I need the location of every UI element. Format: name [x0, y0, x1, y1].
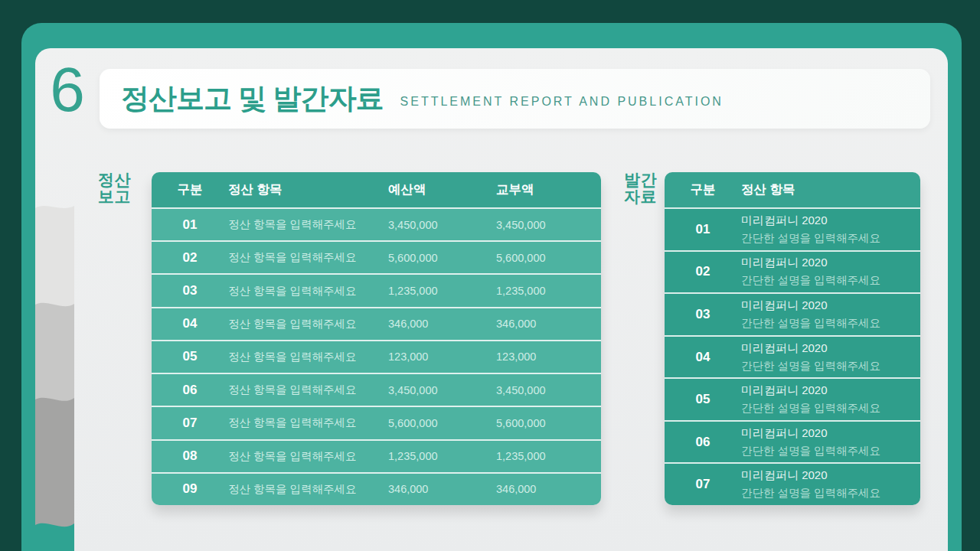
row-item: 미리컴퍼니 2020 간단한 설명을 입력해주세요	[741, 298, 920, 331]
row-item: 정산 항목을 입력해주세요	[228, 350, 388, 364]
row-item-title: 미리컴퍼니 2020	[741, 298, 920, 313]
row-number: 01	[152, 217, 228, 233]
row-grant: 123,000	[496, 350, 601, 363]
row-item-desc: 간단한 설명을 입력해주세요	[741, 316, 920, 331]
publication-table-header: 구분 정산 항목	[665, 172, 920, 207]
row-budget: 5,600,000	[388, 417, 496, 429]
slide-title: 정산보고 및 발간자료	[121, 80, 384, 118]
row-number: 05	[665, 392, 741, 407]
row-grant: 346,000	[496, 318, 601, 330]
row-item: 미리컴퍼니 2020 간단한 설명을 입력해주세요	[741, 468, 920, 500]
row-number: 04	[152, 316, 228, 331]
row-grant: 1,235,000	[496, 285, 601, 297]
row-grant: 3,450,000	[496, 384, 601, 396]
row-item: 미리컴퍼니 2020 간단한 설명을 입력해주세요	[741, 214, 920, 246]
col-header-item: 정산 항목	[741, 181, 920, 198]
settlement-table-header: 구분 정산 항목 예산액 교부액	[152, 172, 601, 207]
row-number: 02	[665, 264, 741, 279]
row-item-title: 미리컴퍼니 2020	[741, 468, 920, 483]
settlement-table-row: 09 정산 항목을 입력해주세요 346,000 346,000	[152, 472, 601, 505]
row-budget: 123,000	[388, 350, 496, 363]
settlement-table-row: 04 정산 항목을 입력해주세요 346,000 346,000	[152, 307, 601, 340]
settlement-table-row: 06 정산 항목을 입력해주세요 3,450,000 3,450,000	[152, 373, 601, 406]
row-number: 02	[152, 250, 228, 266]
row-number: 06	[665, 435, 741, 450]
col-header-division: 구분	[665, 181, 741, 198]
row-item-desc: 간단한 설명을 입력해주세요	[741, 273, 920, 288]
title-bar: 정산보고 및 발간자료 SETTLEMENT REPORT AND PUBLIC…	[100, 69, 930, 129]
row-item-title: 미리컴퍼니 2020	[741, 383, 920, 398]
row-grant: 5,600,000	[496, 252, 601, 264]
row-item-title: 미리컴퍼니 2020	[741, 214, 920, 228]
row-item-desc: 간단한 설명을 입력해주세요	[741, 231, 920, 246]
row-budget: 1,235,000	[388, 450, 496, 462]
row-item: 정산 항목을 입력해주세요	[228, 383, 388, 397]
row-budget: 346,000	[388, 318, 496, 330]
publication-table-row: 03 미리컴퍼니 2020 간단한 설명을 입력해주세요	[665, 292, 920, 335]
row-number: 05	[152, 349, 228, 364]
row-item: 정산 항목을 입력해주세요	[228, 217, 388, 232]
row-number: 04	[665, 350, 741, 365]
publication-table: 구분 정산 항목 01 미리컴퍼니 2020 간단한 설명을 입력해주세요 02…	[665, 172, 920, 505]
row-budget: 5,600,000	[388, 252, 496, 264]
row-item: 정산 항목을 입력해주세요	[228, 449, 388, 464]
row-number: 03	[665, 307, 741, 322]
row-budget: 1,235,000	[388, 285, 496, 297]
row-item-title: 미리컴퍼니 2020	[741, 426, 920, 441]
row-item: 정산 항목을 입력해주세요	[228, 250, 388, 265]
row-number: 06	[152, 383, 228, 398]
settlement-table-row: 03 정산 항목을 입력해주세요 1,235,000 1,235,000	[152, 273, 601, 306]
row-grant: 346,000	[496, 483, 601, 495]
col-header-budget: 예산액	[388, 181, 496, 198]
row-number: 07	[152, 416, 228, 431]
row-number: 01	[665, 222, 741, 237]
row-item: 미리컴퍼니 2020 간단한 설명을 입력해주세요	[741, 341, 920, 373]
settlement-table-row: 07 정산 항목을 입력해주세요 5,600,000 5,600,000	[152, 406, 601, 439]
row-grant: 3,450,000	[496, 219, 601, 231]
row-grant: 5,600,000	[496, 417, 601, 429]
settlement-table-row: 08 정산 항목을 입력해주세요 1,235,000 1,235,000	[152, 439, 601, 472]
row-item-title: 미리컴퍼니 2020	[741, 341, 920, 356]
publication-table-row: 04 미리컴퍼니 2020 간단한 설명을 입력해주세요	[665, 335, 920, 378]
settlement-section-label: 정산 보고	[98, 171, 144, 205]
row-number: 09	[152, 481, 228, 497]
publication-table-row: 07 미리컴퍼니 2020 간단한 설명을 입력해주세요	[665, 462, 920, 505]
col-header-item: 정산 항목	[228, 181, 388, 198]
row-item: 정산 항목을 입력해주세요	[228, 416, 388, 430]
section-number: 6	[46, 58, 89, 121]
publication-table-row: 01 미리컴퍼니 2020 간단한 설명을 입력해주세요	[665, 207, 920, 250]
row-budget: 346,000	[388, 483, 496, 495]
publication-table-row: 06 미리컴퍼니 2020 간단한 설명을 입력해주세요	[665, 420, 920, 463]
row-item-desc: 간단한 설명을 입력해주세요	[741, 401, 920, 416]
row-item: 미리컴퍼니 2020 간단한 설명을 입력해주세요	[741, 426, 920, 458]
settlement-table-row: 01 정산 항목을 입력해주세요 3,450,000 3,450,000	[152, 207, 601, 240]
col-header-grant: 교부액	[496, 181, 601, 198]
row-number: 03	[152, 283, 228, 298]
publication-section-label: 발간 자료	[624, 171, 670, 205]
row-item: 미리컴퍼니 2020 간단한 설명을 입력해주세요	[741, 256, 920, 288]
row-item: 미리컴퍼니 2020 간단한 설명을 입력해주세요	[741, 383, 920, 416]
row-grant: 1,235,000	[496, 450, 601, 462]
publication-table-row: 02 미리컴퍼니 2020 간단한 설명을 입력해주세요	[665, 250, 920, 293]
row-item-title: 미리컴퍼니 2020	[741, 256, 920, 270]
slide: { "header": { "company": "MIRICOMPANY", …	[0, 0, 980, 551]
settlement-table-row: 05 정산 항목을 입력해주세요 123,000 123,000	[152, 340, 601, 373]
row-item-desc: 간단한 설명을 입력해주세요	[741, 486, 920, 500]
settlement-table-row: 02 정산 항목을 입력해주세요 5,600,000 5,600,000	[152, 240, 601, 273]
row-item-desc: 간단한 설명을 입력해주세요	[741, 359, 920, 373]
row-number: 07	[665, 477, 741, 492]
settlement-table: 구분 정산 항목 예산액 교부액 01 정산 항목을 입력해주세요 3,450,…	[152, 172, 601, 505]
col-header-division: 구분	[152, 181, 228, 198]
publication-table-row: 05 미리컴퍼니 2020 간단한 설명을 입력해주세요	[665, 377, 920, 420]
row-budget: 3,450,000	[388, 384, 496, 396]
row-item: 정산 항목을 입력해주세요	[228, 482, 388, 497]
row-item-desc: 간단한 설명을 입력해주세요	[741, 444, 920, 458]
paper-stack-decoration	[35, 199, 74, 551]
row-item: 정산 항목을 입력해주세요	[228, 317, 388, 331]
row-item: 정산 항목을 입력해주세요	[228, 284, 388, 298]
row-budget: 3,450,000	[388, 219, 496, 231]
row-number: 08	[152, 448, 228, 464]
slide-subtitle: SETTLEMENT REPORT AND PUBLICATION	[400, 89, 724, 109]
